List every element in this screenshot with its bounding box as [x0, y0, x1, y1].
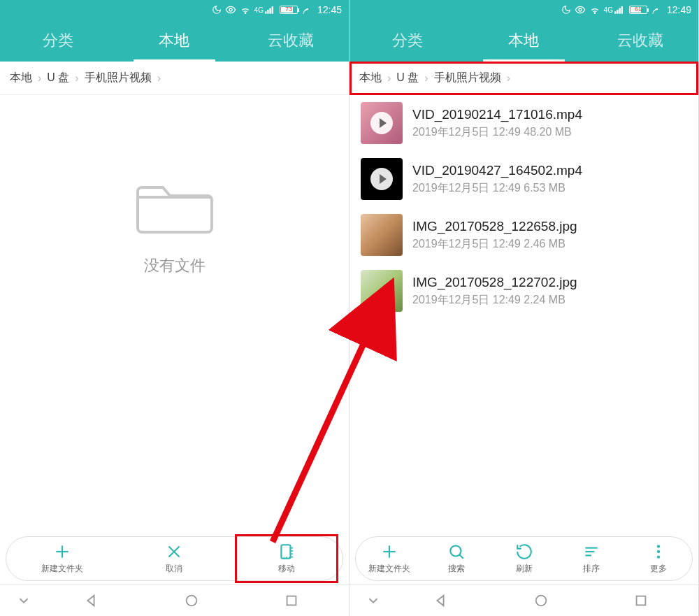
svg-rect-19 — [621, 6, 623, 13]
sort-button[interactable]: 排序 — [558, 537, 625, 580]
file-row[interactable]: VID_20190427_164502.mp4 2019年12月5日 12:49… — [350, 151, 698, 207]
nav-collapse-button[interactable] — [356, 593, 390, 608]
svg-marker-30 — [437, 595, 443, 606]
breadcrumb[interactable]: 本地 › U 盘 › 手机照片视频 › — [0, 62, 349, 95]
nav-recent-button[interactable] — [241, 593, 342, 608]
play-icon — [370, 168, 393, 190]
status-time: 12:49 — [667, 4, 691, 15]
file-meta: 2019年12月5日 12:49 2.46 MB — [412, 237, 577, 252]
tab-cloud[interactable]: 云收藏 — [582, 20, 698, 62]
file-name: IMG_20170528_122658.jpg — [412, 219, 577, 234]
bottom-toolbar: 新建文件夹 搜索 刷新 排序 更多 — [350, 531, 698, 584]
file-thumbnail — [361, 214, 403, 256]
moon-icon — [561, 5, 571, 15]
file-row[interactable]: VID_20190214_171016.mp4 2019年12月5日 12:49… — [350, 95, 698, 151]
nav-recent-button[interactable] — [591, 593, 691, 608]
refresh-button[interactable]: 刷新 — [490, 537, 557, 580]
file-name: IMG_20170528_122702.jpg — [412, 275, 577, 290]
file-meta: 2019年12月5日 12:49 6.53 MB — [412, 181, 582, 196]
svg-point-27 — [657, 545, 660, 547]
status-time: 12:45 — [317, 4, 342, 15]
svg-rect-10 — [281, 545, 290, 559]
move-button[interactable]: 移动 — [231, 537, 343, 580]
wifi-icon — [240, 4, 251, 15]
battery-icon: 73 — [280, 6, 298, 14]
tab-category[interactable]: 分类 — [350, 20, 466, 62]
svg-point-28 — [657, 550, 660, 553]
svg-rect-17 — [617, 10, 618, 14]
svg-rect-4 — [269, 8, 271, 14]
svg-point-15 — [594, 13, 595, 13]
crumb-folder[interactable]: 手机照片视频 — [85, 71, 152, 85]
file-thumbnail — [361, 102, 403, 144]
wifi-icon — [589, 4, 600, 15]
system-nav — [350, 584, 698, 616]
tab-local[interactable]: 本地 — [466, 20, 582, 62]
more-button[interactable]: 更多 — [625, 537, 692, 580]
new-folder-button[interactable]: 新建文件夹 — [6, 537, 118, 580]
file-meta: 2019年12月5日 12:49 48.20 MB — [412, 125, 582, 140]
chevron-right-icon: › — [507, 72, 510, 85]
cancel-button[interactable]: 取消 — [118, 537, 230, 580]
nav-home-button[interactable] — [141, 593, 242, 608]
chevron-right-icon: › — [157, 72, 161, 85]
system-nav — [0, 584, 349, 616]
moon-icon — [212, 5, 222, 15]
right-screen: 4G 61 12:49 分类 本地 云收藏 本地 › U 盘 › 手机照片视频 … — [350, 0, 699, 616]
main-content: VID_20190214_171016.mp4 2019年12月5日 12:49… — [350, 95, 698, 531]
play-icon — [370, 112, 393, 134]
nav-home-button[interactable] — [491, 593, 591, 608]
leaf-icon — [301, 5, 311, 15]
chevron-right-icon: › — [75, 72, 78, 85]
crumb-root[interactable]: 本地 — [10, 71, 32, 85]
empty-text: 没有文件 — [144, 255, 206, 276]
svg-rect-32 — [637, 596, 646, 605]
leaf-icon — [651, 5, 661, 15]
svg-marker-11 — [87, 595, 94, 606]
status-bar: 4G 73 12:45 — [0, 0, 349, 20]
main-content: 没有文件 — [0, 95, 349, 531]
svg-point-12 — [186, 595, 196, 606]
tab-cloud[interactable]: 云收藏 — [233, 20, 349, 62]
svg-point-31 — [535, 595, 546, 606]
tab-category[interactable]: 分类 — [0, 20, 116, 62]
crumb-root[interactable]: 本地 — [359, 71, 382, 85]
network-label: 4G — [604, 6, 626, 14]
search-button[interactable]: 搜索 — [423, 537, 490, 580]
nav-back-button[interactable] — [41, 593, 141, 608]
file-thumbnail — [361, 270, 403, 312]
empty-state: 没有文件 — [0, 172, 349, 276]
file-thumbnail — [361, 158, 403, 200]
crumb-folder[interactable]: 手机照片视频 — [434, 71, 501, 85]
breadcrumb[interactable]: 本地 › U 盘 › 手机照片视频 › — [350, 62, 698, 95]
chevron-right-icon: › — [424, 72, 428, 85]
file-name: VID_20190427_164502.mp4 — [412, 163, 582, 178]
battery-icon: 61 — [629, 6, 647, 14]
svg-rect-16 — [614, 11, 616, 13]
tab-local[interactable]: 本地 — [116, 20, 232, 62]
crumb-usb[interactable]: U 盘 — [396, 71, 419, 85]
svg-point-14 — [579, 8, 582, 11]
svg-line-23 — [460, 554, 463, 558]
file-meta: 2019年12月5日 12:49 2.24 MB — [412, 293, 577, 308]
svg-point-1 — [245, 13, 245, 13]
svg-rect-3 — [267, 10, 268, 14]
new-folder-button[interactable]: 新建文件夹 — [356, 537, 423, 580]
svg-point-0 — [229, 8, 232, 11]
network-label: 4G — [254, 6, 276, 14]
nav-back-button[interactable] — [390, 593, 491, 608]
svg-rect-5 — [272, 6, 273, 13]
eye-icon — [575, 4, 586, 15]
svg-point-29 — [657, 555, 660, 558]
svg-rect-13 — [287, 596, 296, 605]
top-tabs: 分类 本地 云收藏 — [350, 20, 698, 62]
file-list: VID_20190214_171016.mp4 2019年12月5日 12:49… — [350, 95, 698, 319]
file-row[interactable]: IMG_20170528_122702.jpg 2019年12月5日 12:49… — [350, 263, 698, 319]
left-screen: 4G 73 12:45 分类 本地 云收藏 本地 › U 盘 › 手机照片视频 … — [0, 0, 350, 616]
file-row[interactable]: IMG_20170528_122658.jpg 2019年12月5日 12:49… — [350, 207, 698, 263]
chevron-right-icon: › — [38, 72, 41, 85]
crumb-usb[interactable]: U 盘 — [47, 71, 69, 85]
svg-point-22 — [451, 545, 461, 556]
nav-collapse-button[interactable] — [7, 593, 41, 608]
top-tabs: 分类 本地 云收藏 — [0, 20, 349, 62]
